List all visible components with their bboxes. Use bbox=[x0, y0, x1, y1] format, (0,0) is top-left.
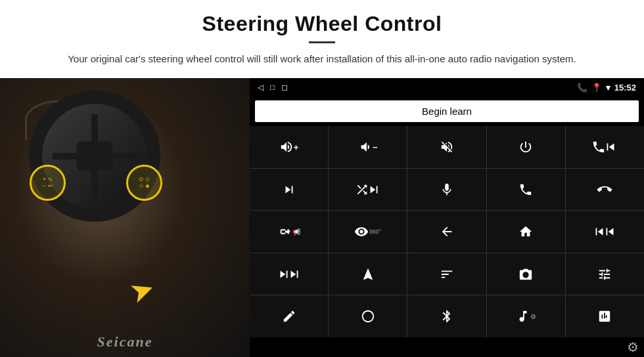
ctrl-settings-adj[interactable] bbox=[566, 253, 644, 295]
ctrl-phone-hangup[interactable] bbox=[566, 169, 644, 211]
wifi-icon: ▾ bbox=[606, 83, 610, 93]
status-right: 📞 📍 ▾ 15:52 bbox=[577, 83, 636, 93]
horn-arrow: 📢 bbox=[292, 228, 300, 236]
ctrl-microphone[interactable] bbox=[407, 169, 486, 211]
music-settings-icon: ⚙ bbox=[530, 313, 536, 320]
phone-icon: 📞 bbox=[577, 83, 587, 93]
back-nav-icon[interactable]: ◁ bbox=[258, 83, 264, 92]
steering-wheel: + ∿− ↩ ⊙ ◇☆ ◈ bbox=[29, 91, 160, 222]
ctrl-camera[interactable] bbox=[487, 253, 565, 295]
home-nav-icon[interactable]: □ bbox=[270, 83, 275, 92]
controls-grid: + − bbox=[250, 126, 644, 337]
ctrl-horn[interactable]: 📢 bbox=[250, 211, 328, 253]
clock: 15:52 bbox=[614, 83, 636, 93]
ctrl-phone-prev[interactable] bbox=[566, 126, 644, 168]
bottom-bar: ⚙ bbox=[250, 337, 644, 357]
title-divider bbox=[309, 41, 335, 43]
header-section: Steering Wheel Control Your original car… bbox=[0, 0, 644, 73]
ctrl-circle-btn[interactable] bbox=[329, 295, 407, 337]
yellow-arrow: ➤ bbox=[125, 270, 159, 310]
left-callout: + ∿− ↩ bbox=[30, 165, 66, 201]
ctrl-vol-down[interactable]: − bbox=[329, 126, 407, 168]
right-callout: ⊙ ◇☆ ◈ bbox=[126, 165, 162, 201]
car-image: + ∿− ↩ ⊙ ◇☆ ◈ ➤ Seicane bbox=[0, 78, 250, 357]
ctrl-equalizer-bars[interactable] bbox=[566, 295, 644, 337]
ctrl-vol-up[interactable]: + bbox=[250, 126, 328, 168]
nav-icons: ◁ □ ◻ bbox=[258, 83, 288, 92]
content-area: + ∿− ↩ ⊙ ◇☆ ◈ ➤ Seicane bbox=[0, 78, 644, 357]
status-bar: ◁ □ ◻ 📞 📍 ▾ 15:52 bbox=[250, 78, 644, 96]
subtitle: Your original car's steering wheel contr… bbox=[53, 51, 591, 66]
settings-gear-button[interactable]: ⚙ bbox=[627, 339, 639, 355]
vol-down-minus: − bbox=[373, 142, 378, 152]
ctrl-fast-fwd2[interactable] bbox=[250, 253, 328, 295]
ctrl-skip-back2[interactable] bbox=[566, 211, 644, 253]
ctrl-home-nav[interactable] bbox=[487, 211, 565, 253]
seicane-watermark: Seicane bbox=[97, 333, 153, 350]
ctrl-back-nav[interactable] bbox=[407, 211, 486, 253]
ctrl-power[interactable] bbox=[487, 126, 565, 168]
page-title: Steering Wheel Control bbox=[39, 12, 605, 36]
ctrl-music[interactable]: ⚙ bbox=[487, 295, 565, 337]
steering-wheel-bg: + ∿− ↩ ⊙ ◇☆ ◈ ➤ Seicane bbox=[0, 78, 250, 357]
ctrl-phone-answer[interactable] bbox=[487, 169, 565, 211]
head-unit: ◁ □ ◻ 📞 📍 ▾ 15:52 Begin learn bbox=[250, 78, 644, 357]
ctrl-bluetooth[interactable] bbox=[407, 295, 486, 337]
ctrl-shuffle-fwd[interactable] bbox=[329, 169, 407, 211]
vol-up-plus: + bbox=[294, 142, 299, 152]
ctrl-360[interactable]: 360° bbox=[329, 211, 407, 253]
ctrl-navigation[interactable] bbox=[329, 253, 407, 295]
360-label: 360° bbox=[369, 228, 381, 235]
ctrl-eq[interactable] bbox=[407, 253, 486, 295]
ctrl-pen[interactable] bbox=[250, 295, 328, 337]
recent-nav-icon[interactable]: ◻ bbox=[281, 83, 288, 92]
page-container: Steering Wheel Control Your original car… bbox=[0, 0, 644, 357]
location-icon: 📍 bbox=[591, 83, 602, 93]
begin-learn-row: Begin learn bbox=[250, 96, 644, 126]
ctrl-next-track[interactable] bbox=[250, 169, 328, 211]
ctrl-mute[interactable] bbox=[407, 126, 486, 168]
begin-learn-button[interactable]: Begin learn bbox=[255, 100, 639, 122]
